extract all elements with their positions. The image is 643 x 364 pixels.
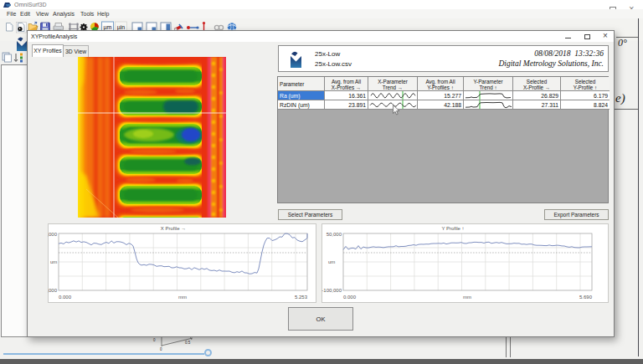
svg-text:-100,000: -100,000 [322,288,342,293]
svg-text:0: 0 [153,338,156,342]
svg-text:5.690: 5.690 [579,295,593,300]
svg-text:50,000: 50,000 [48,232,58,237]
svg-text:0.000: 0.000 [343,295,357,300]
svg-text:0: 0 [160,347,162,351]
svg-text:5.253: 5.253 [295,295,308,300]
svg-text:0.000: 0.000 [59,295,72,300]
svg-text:-100,000: -100,000 [48,288,58,293]
svg-text:um: um [328,259,335,264]
svg-text:X Profile →: X Profile → [161,226,186,231]
svg-text:mm: mm [178,295,187,300]
svg-text:50,000: 50,000 [327,232,342,237]
svg-text:0.5: 0.5 [185,341,191,345]
svg-text:um: um [50,259,57,264]
svg-text:Y Profile ↑: Y Profile ↑ [441,226,464,231]
svg-text:mm: mm [463,295,471,300]
